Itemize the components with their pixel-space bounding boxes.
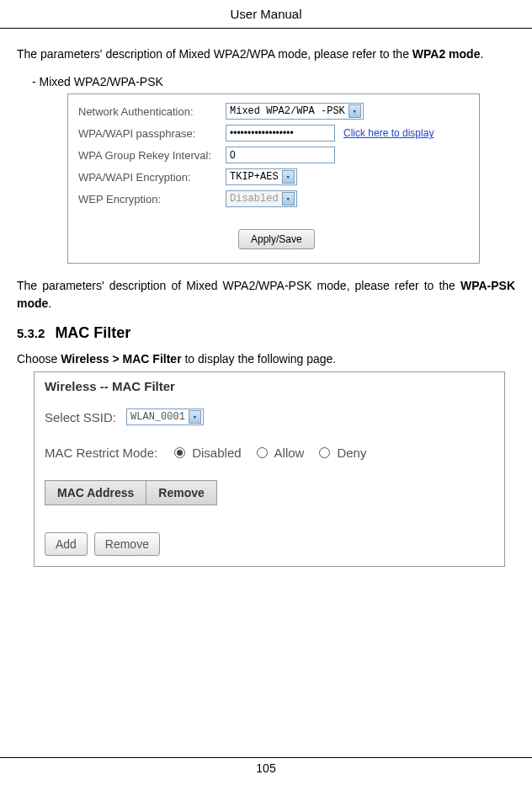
- select-netauth[interactable]: Mixed WPA2/WPA -PSK ▾: [226, 103, 364, 120]
- screenshot-mac-filter: Wireless -- MAC Filter Select SSID: WLAN…: [34, 371, 505, 567]
- chevron-down-icon: ▾: [282, 192, 295, 206]
- bullet-mixed-psk: - Mixed WPA2/WPA-PSK: [32, 75, 515, 88]
- label-netauth: Network Authentication:: [78, 105, 226, 118]
- radio-icon: [174, 447, 185, 458]
- chevron-down-icon: ▾: [348, 104, 361, 118]
- radio-label: Disabled: [192, 446, 241, 460]
- radio-label: Deny: [337, 446, 366, 460]
- col-remove: Remove: [146, 481, 216, 505]
- para-wpa2: The parameters' description of Mixed WPA…: [17, 45, 515, 63]
- select-wep: Disabled ▾: [226, 190, 297, 207]
- para-text-end: .: [48, 296, 51, 310]
- input-passphrase[interactable]: ••••••••••••••••••: [226, 125, 335, 142]
- para-wpa-psk: The parameters' description of Mixed WPA…: [17, 277, 515, 312]
- label-select-ssid: Select SSID:: [45, 410, 116, 425]
- radio-option-allow[interactable]: Allow: [257, 446, 305, 460]
- apply-save-button[interactable]: Apply/Save: [238, 229, 315, 249]
- mac-address-table: MAC Address Remove: [45, 480, 217, 505]
- label-restrict-mode: MAC Restrict Mode:: [45, 446, 157, 460]
- section-title: MAC Filter: [55, 324, 130, 341]
- para-text-end: .: [480, 47, 483, 61]
- remove-button[interactable]: Remove: [94, 532, 160, 556]
- page-content: The parameters' description of Mixed WPA…: [0, 29, 532, 567]
- input-rekey[interactable]: 0: [226, 147, 335, 163]
- chevron-down-icon: ▾: [189, 410, 201, 424]
- chevron-down-icon: ▾: [282, 170, 295, 184]
- para-macfilter: Choose Wireless > MAC Filter to display …: [17, 350, 515, 368]
- select-value: Disabled: [230, 193, 279, 205]
- select-encryption[interactable]: TKIP+AES ▾: [226, 168, 297, 185]
- para-text: The parameters' description of Mixed WPA…: [17, 279, 460, 292]
- radio-option-deny[interactable]: Deny: [319, 446, 366, 460]
- col-mac-address: MAC Address: [45, 481, 146, 505]
- radio-label: Allow: [274, 446, 305, 460]
- section-heading: 5.3.2MAC Filter: [17, 324, 515, 342]
- link-display-passphrase[interactable]: Click here to display: [343, 127, 434, 139]
- page-header: User Manual: [0, 0, 532, 29]
- radio-option-disabled[interactable]: Disabled: [174, 446, 241, 460]
- radio-icon: [257, 447, 268, 458]
- section-number: 5.3.2: [17, 326, 45, 340]
- select-value: WLAN_0001: [130, 411, 185, 423]
- label-rekey: WPA Group Rekey Interval:: [78, 149, 226, 162]
- add-button[interactable]: Add: [45, 532, 88, 556]
- radio-group-restrict: Disabled Allow Deny: [174, 446, 366, 460]
- select-ssid[interactable]: WLAN_0001 ▾: [126, 409, 204, 425]
- menu-path: Wireless > MAC Filter: [61, 352, 181, 366]
- mac-filter-title: Wireless -- MAC Filter: [45, 379, 494, 393]
- select-value: TKIP+AES: [230, 171, 279, 183]
- screenshot-wpa-psk-form: Network Authentication: Mixed WPA2/WPA -…: [67, 93, 480, 264]
- page-number: 105: [0, 757, 532, 775]
- label-passphrase: WPA/WAPI passphrase:: [78, 127, 226, 140]
- radio-icon: [319, 447, 330, 458]
- para-text-end: to display the following page.: [182, 352, 337, 366]
- para-text: Choose: [17, 352, 61, 366]
- para-text: The parameters' description of Mixed WPA…: [17, 47, 412, 61]
- label-encryption: WPA/WAPI Encryption:: [78, 171, 226, 184]
- label-wep: WEP Encryption:: [78, 193, 226, 206]
- select-value: Mixed WPA2/WPA -PSK: [230, 105, 345, 117]
- wpa2-mode-ref: WPA2 mode: [412, 47, 481, 61]
